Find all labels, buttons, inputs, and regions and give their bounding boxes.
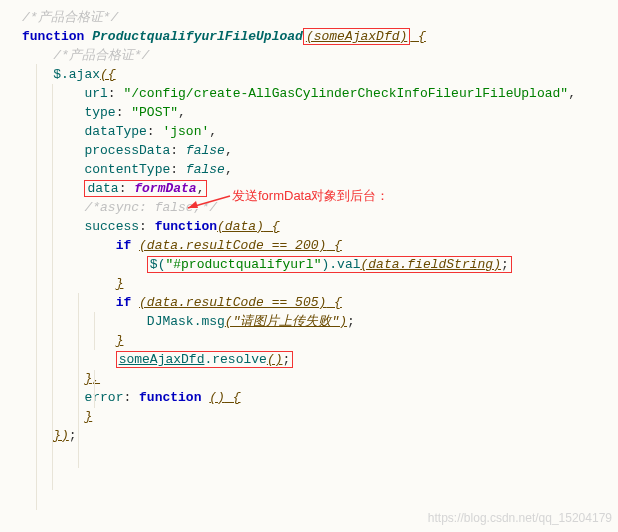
- cb-param-empty: (): [209, 390, 225, 405]
- ajax-open: ({: [100, 67, 116, 82]
- ajax-callee: $.ajax: [53, 67, 100, 82]
- indent-guide: [94, 370, 95, 408]
- val-args: (data.fieldString): [361, 257, 501, 272]
- indent-guide: [36, 64, 37, 510]
- brace-open: {: [410, 29, 426, 44]
- brace-close: },: [84, 371, 100, 386]
- comment: /*产品合格证*/: [22, 10, 118, 25]
- val-call: .val: [329, 257, 360, 272]
- prop-contenttype: contentType: [84, 162, 170, 177]
- prop-error: error: [84, 390, 123, 405]
- resolve-args: (): [267, 352, 283, 367]
- indent-guide: [94, 312, 95, 350]
- selector: "#productqualifyurl": [165, 257, 321, 272]
- ajax-close: }): [53, 428, 69, 443]
- cond-200: (data.resultCode == 200): [139, 238, 326, 253]
- annotation-text: 发送formData对象到后台：: [232, 186, 389, 205]
- cond-505: (data.resultCode == 505): [139, 295, 326, 310]
- prop-url: url: [84, 86, 107, 101]
- comment-async: /*async: false,*/: [84, 200, 217, 215]
- function-param: (someAjaxDfd): [303, 28, 410, 45]
- bool-false: false: [186, 162, 225, 177]
- formdata: formData: [134, 181, 196, 196]
- prop-type: type: [84, 105, 115, 120]
- prop-data: data: [87, 181, 118, 196]
- string-post: "POST": [131, 105, 178, 120]
- djmask-args: ("请图片上传失败"): [225, 314, 347, 329]
- bool-false: false: [186, 143, 225, 158]
- prop-success: success: [84, 219, 139, 234]
- brace-close: }: [116, 276, 124, 291]
- code-editor: /*产品合格证*/ function ProductqualifyurlFile…: [0, 0, 618, 532]
- resolve-call: .resolve: [204, 352, 266, 367]
- prop-datatype: dataType: [84, 124, 146, 139]
- string-url: "/config/create-AllGasCylinderCheckInfoF…: [123, 86, 568, 101]
- keyword-if: if: [116, 238, 132, 253]
- resolve-obj: someAjaxDfd: [119, 352, 205, 367]
- jquery-open: $(: [150, 257, 166, 272]
- keyword-function: function: [155, 219, 217, 234]
- function-name: ProductqualifyurlFileUpload: [92, 29, 303, 44]
- djmask: DJMask.msg: [147, 314, 225, 329]
- cb-param: (data): [217, 219, 264, 234]
- brace-close: }: [84, 409, 92, 424]
- prop-processdata: processData: [84, 143, 170, 158]
- brace-close: }: [116, 333, 124, 348]
- keyword-function: function: [22, 29, 84, 44]
- keyword-function: function: [139, 390, 201, 405]
- watermark: https://blog.csdn.net/qq_15204179: [428, 509, 612, 528]
- string-json: 'json': [162, 124, 209, 139]
- indent-guide: [78, 293, 79, 468]
- indent-guide: [52, 84, 53, 490]
- comment: /*产品合格证*/: [53, 48, 149, 63]
- keyword-if: if: [116, 295, 132, 310]
